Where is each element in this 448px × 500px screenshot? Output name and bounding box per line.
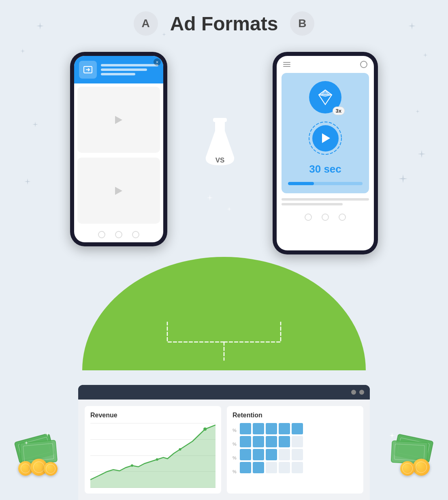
window-dot: [351, 390, 356, 395]
dashboard: Revenue: [78, 385, 370, 500]
content-card-2: [77, 158, 160, 224]
retention-chart-title: Retention: [233, 412, 358, 419]
settings-icon: [360, 61, 367, 68]
rewarded-content: 3x 30 sec: [282, 73, 369, 193]
retention-cell: [240, 423, 251, 434]
phone-a-screen: ×: [74, 56, 163, 242]
svg-marker-4: [319, 90, 332, 96]
close-icon[interactable]: ×: [154, 58, 161, 66]
phone-b-bottom-lines: [282, 198, 369, 205]
diamond-container: 3x: [309, 81, 341, 113]
vs-flask-container: VS: [200, 117, 240, 171]
badge-b: B: [290, 11, 314, 36]
retention-cell: [253, 436, 264, 447]
revenue-chart-card: Revenue: [85, 406, 221, 494]
revenue-line-chart: [90, 423, 215, 488]
retention-cell: [253, 449, 264, 460]
page-title: Ad Formats: [170, 13, 278, 35]
sparkle-icon: [45, 431, 50, 438]
content-card-1: [77, 87, 160, 153]
retention-cell: [266, 423, 277, 434]
content-line: [282, 203, 343, 205]
svg-point-12: [203, 427, 207, 431]
coin: [413, 459, 430, 476]
coin: [400, 461, 415, 476]
flask-shape: VS: [200, 117, 240, 171]
retention-cell: [253, 462, 264, 473]
money-left-decoration: [16, 427, 65, 476]
window-dot: [359, 390, 364, 395]
phone-b-screen: 3x 30 sec: [277, 56, 374, 250]
ad-line: [101, 68, 147, 71]
dashboard-titlebar: [78, 385, 370, 400]
play-icon: [115, 187, 122, 195]
vs-label: VS: [215, 156, 225, 165]
ad-banner-icon: [79, 61, 97, 79]
retention-cell: [253, 423, 264, 434]
play-button-container: [307, 120, 343, 156]
retention-cell: [279, 423, 290, 434]
multiplier-badge: 3x: [333, 107, 345, 115]
retention-cell: [292, 423, 303, 434]
phone-b: 3x 30 sec: [273, 52, 378, 254]
svg-point-10: [156, 458, 158, 461]
retention-cell-empty: [266, 462, 277, 473]
revenue-chart: [90, 423, 215, 488]
nav-dot: [305, 214, 312, 221]
nav-dot: [322, 214, 329, 221]
badge-a: A: [134, 11, 158, 36]
retention-chart-card: Retention % % % %: [227, 406, 363, 494]
dashboard-body: Revenue: [78, 400, 370, 500]
phone-a: ×: [70, 52, 167, 246]
retention-cell-empty: [292, 462, 303, 473]
retention-chart: % % % %: [233, 423, 358, 477]
nav-dot: [132, 231, 139, 238]
sparkle-icon: [24, 439, 28, 447]
retention-cell: [279, 436, 290, 447]
progress-bar-fill: [288, 182, 314, 185]
retention-cell-empty: [292, 449, 303, 460]
content-line: [282, 198, 369, 201]
hamburger-icon: [283, 62, 290, 67]
retention-cell: [266, 436, 277, 447]
dashed-ring-icon: [307, 120, 343, 156]
retention-cell: [240, 449, 251, 460]
retention-grid: [240, 423, 303, 473]
phones-row: ×: [0, 52, 448, 254]
timer-label: 30 sec: [309, 163, 341, 175]
play-icon: [115, 116, 122, 124]
svg-rect-2: [213, 118, 227, 122]
diamond-icon: [316, 88, 334, 106]
phone-b-nav: [277, 210, 374, 224]
retention-y-axis: % % % %: [233, 423, 237, 477]
nav-dot: [339, 214, 346, 221]
revenue-chart-title: Revenue: [90, 412, 215, 419]
header: A Ad Formats B: [0, 0, 448, 36]
retention-cell: [266, 449, 277, 460]
sparkle-icon: [389, 433, 395, 440]
retention-cell-empty: [279, 449, 290, 460]
nav-dot: [115, 231, 122, 238]
retention-cell-empty: [279, 462, 290, 473]
retention-cell: [240, 436, 251, 447]
ad-line: [101, 64, 158, 66]
ad-line: [101, 73, 135, 75]
nav-dot: [98, 231, 105, 238]
svg-point-8: [309, 122, 341, 154]
connector-lines: [111, 322, 337, 362]
retention-cell: [240, 462, 251, 473]
banner-ad: ×: [74, 56, 163, 83]
phone-b-header: [277, 56, 374, 73]
phone-a-nav: [74, 227, 163, 242]
ad-banner-lines: [101, 64, 158, 75]
coin: [44, 462, 58, 476]
retention-cell-empty: [292, 436, 303, 447]
svg-point-9: [131, 464, 133, 467]
money-right-decoration: [383, 427, 432, 476]
progress-bar: [288, 182, 363, 185]
svg-point-11: [179, 448, 181, 451]
